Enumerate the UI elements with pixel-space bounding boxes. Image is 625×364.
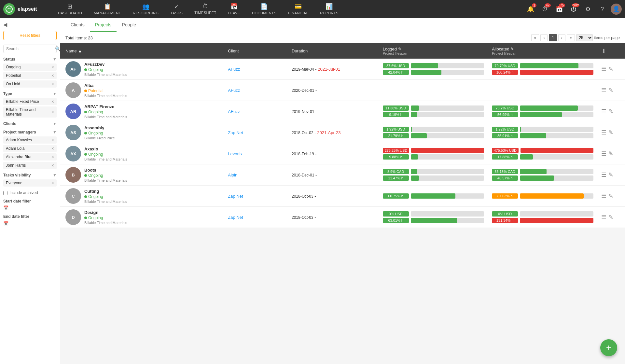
logo[interactable]: elapseit [3, 3, 46, 15]
nav-tasks[interactable]: ✓ TASKS [165, 0, 189, 18]
clients-label[interactable]: Clients ▼ [3, 121, 57, 126]
page-current-button[interactable]: 1 [549, 34, 557, 41]
allocated-h-fill [520, 218, 593, 223]
tab-people[interactable]: People [117, 18, 141, 32]
sidebar-toggle[interactable]: ◀ [3, 21, 57, 28]
include-archived-label[interactable]: Include archived [3, 190, 57, 195]
page-last-button[interactable]: » [567, 34, 575, 41]
edit-button[interactable]: ✎ [608, 171, 613, 178]
status-label[interactable]: Status ▼ [3, 57, 57, 62]
notification-bell[interactable]: 🔔 1 [525, 3, 536, 15]
remove-tm[interactable]: × [51, 109, 54, 115]
action-buttons: ☰ ✎ [601, 129, 621, 136]
logout-badge[interactable]: ⏻ OUT [568, 3, 579, 15]
remove-everyone[interactable]: × [51, 180, 54, 186]
add-button[interactable]: + [600, 339, 617, 356]
list-view-button[interactable]: ☰ [601, 171, 606, 178]
client-link[interactable]: AFuzz [228, 67, 240, 72]
logged-progress: 275.25% USD 9.88% h [383, 148, 484, 160]
th-name[interactable]: Name ▲ [60, 43, 224, 59]
list-view-button[interactable]: ☰ [601, 214, 606, 221]
nav-financial[interactable]: 💳 FINANCIAL [282, 0, 314, 18]
client-link[interactable]: Zap Net [228, 130, 243, 135]
client-link[interactable]: AFuzz [228, 109, 240, 114]
client-link[interactable]: Alpin [228, 173, 237, 177]
list-view-button[interactable]: ☰ [601, 150, 606, 157]
settings-icon[interactable]: ⚙ [582, 3, 594, 15]
project-name: Axaxio [84, 147, 127, 151]
user-avatar[interactable]: 👤 [611, 4, 622, 15]
edit-button[interactable]: ✎ [608, 150, 613, 157]
calendar-count: 75 [559, 3, 565, 7]
th-logged-sub: Project lifespan [383, 51, 484, 55]
allocated-usd-label: 1.92% USD [492, 127, 518, 132]
nav-reports[interactable]: 📊 REPORTS [314, 0, 344, 18]
status-text: Ongoing [88, 131, 103, 135]
nav-tasks-label: TASKS [171, 11, 183, 15]
remove-adam-l[interactable]: × [51, 146, 54, 151]
page-prev-button[interactable]: ‹ [540, 34, 548, 41]
type-label[interactable]: Type ▼ [3, 91, 57, 96]
reset-filters-button[interactable]: Reset filters [3, 31, 57, 40]
th-duration[interactable]: Duration [288, 43, 379, 59]
nav-management[interactable]: 📋 MANAGEMENT [88, 0, 127, 18]
th-client[interactable]: Client [224, 43, 288, 59]
remove-alexandra[interactable]: × [51, 154, 54, 160]
nav-dashboard[interactable]: ⊞ DASHBOARD [52, 0, 88, 18]
timesheet-badge[interactable]: ⏱ 47 [539, 3, 551, 15]
tab-projects[interactable]: Projects [90, 18, 117, 32]
logged-h-track [411, 154, 484, 160]
page-next-button[interactable]: › [558, 34, 565, 41]
list-view-button[interactable]: ☰ [601, 108, 606, 115]
calendar-badge[interactable]: 📅 75 [553, 3, 565, 15]
client-link[interactable]: Levonix [228, 151, 243, 156]
nav-resourcing[interactable]: 👥 RESOURCING [127, 0, 165, 18]
help-icon[interactable]: ? [596, 3, 608, 15]
edit-button[interactable]: ✎ [608, 108, 613, 115]
logged-usd-row: 1.92% USD [383, 127, 484, 132]
end-date-calendar-icon[interactable]: 📅 [3, 221, 8, 226]
download-icon[interactable]: ⬇ [601, 48, 606, 54]
remove-ongoing[interactable]: × [51, 64, 54, 70]
status-text: Ongoing [88, 67, 103, 72]
edit-button[interactable]: ✎ [608, 214, 613, 221]
pm-label[interactable]: Project managers ▼ [3, 130, 57, 134]
items-per-page-select[interactable]: 25 50 100 [576, 34, 593, 41]
nav-leave[interactable]: 📅 LEAVE [222, 0, 246, 18]
project-name-cell: B Boots Ongoing Billable Time and Materi… [60, 164, 224, 186]
remove-potential[interactable]: × [51, 73, 54, 78]
page-first-button[interactable]: « [531, 34, 539, 41]
project-allocated-cell: 0% USD 131.34% h [488, 207, 597, 228]
list-view-button[interactable]: ☰ [601, 192, 606, 200]
tasks-visibility-label[interactable]: Tasks visibility ▼ [3, 173, 57, 177]
start-date-calendar-icon[interactable]: 📅 [3, 205, 8, 210]
nav-documents[interactable]: 📄 DOCUMENTS [246, 0, 282, 18]
edit-button[interactable]: ✎ [608, 87, 613, 94]
th-allocated[interactable]: Allocated ✎ Project lifespan [488, 43, 597, 59]
allocated-usd-track [520, 63, 593, 68]
include-archived-checkbox[interactable] [3, 191, 7, 195]
remove-adam-k[interactable]: × [51, 137, 54, 143]
client-link[interactable]: Zap Net [228, 194, 243, 199]
edit-button[interactable]: ✎ [608, 65, 613, 73]
search-icon[interactable]: 🔍 [55, 46, 60, 51]
list-view-button[interactable]: ☰ [601, 129, 606, 136]
list-view-button[interactable]: ☰ [601, 87, 606, 94]
list-view-button[interactable]: ☰ [601, 65, 606, 73]
pm-label-text: Project managers [3, 130, 36, 134]
remove-fixed[interactable]: × [51, 99, 54, 104]
search-input[interactable] [6, 47, 55, 51]
remove-onhold[interactable]: × [51, 81, 54, 87]
allocated-h-fill [520, 175, 554, 181]
th-logged[interactable]: Logged ✎ Project lifespan [379, 43, 488, 59]
edit-button[interactable]: ✎ [608, 192, 613, 200]
tab-clients[interactable]: Clients [65, 18, 90, 32]
nav-timesheet[interactable]: ⏱ TIMESHEET [188, 0, 222, 18]
remove-john[interactable]: × [51, 163, 54, 168]
edit-button[interactable]: ✎ [608, 129, 613, 136]
client-link[interactable]: Zap Net [228, 215, 243, 220]
client-link[interactable]: AFuzz [228, 88, 240, 93]
project-allocated-cell: 78.7% USD 56.99% h [488, 101, 597, 122]
project-logged-cell: 37.6% USD 42.04% h [379, 59, 488, 80]
type-label-text: Type [3, 91, 12, 96]
